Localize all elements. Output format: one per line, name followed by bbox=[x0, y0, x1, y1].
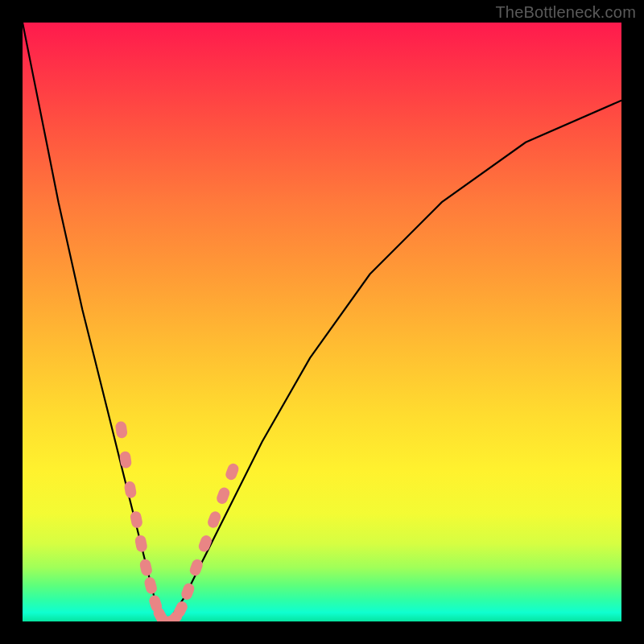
plot-area bbox=[23, 23, 621, 621]
chart-frame: TheBottleneck.com bbox=[0, 0, 644, 644]
data-point bbox=[180, 582, 196, 601]
bottleneck-curve bbox=[23, 23, 621, 621]
data-point bbox=[143, 576, 158, 596]
data-point bbox=[224, 462, 240, 481]
data-point bbox=[215, 486, 231, 506]
data-point bbox=[130, 510, 143, 529]
data-point bbox=[197, 534, 213, 553]
data-point-markers bbox=[115, 421, 241, 621]
data-point bbox=[138, 558, 153, 576]
curve-layer bbox=[23, 23, 621, 621]
data-point bbox=[134, 535, 148, 553]
watermark-text: TheBottleneck.com bbox=[495, 3, 636, 22]
data-point bbox=[115, 421, 128, 439]
